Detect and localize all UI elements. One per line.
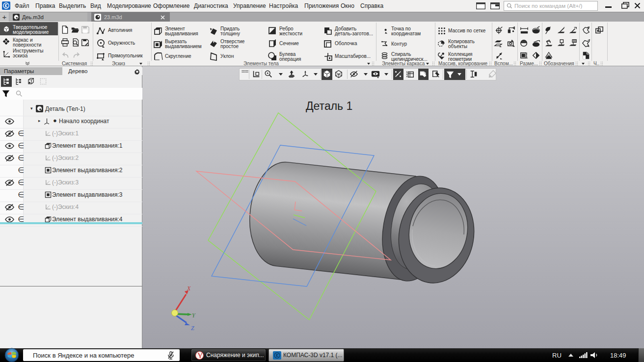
svg-text:Y: Y	[192, 312, 196, 319]
svg-text:Z: Z	[191, 325, 194, 332]
svg-text:Деталь 1: Деталь 1	[306, 100, 352, 112]
svg-text:X: X	[187, 285, 191, 292]
